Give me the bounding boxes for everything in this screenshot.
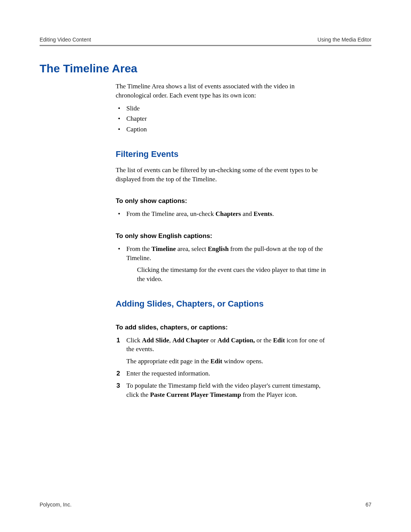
text: or the [255,337,273,344]
text: From the Timeline area, un-check [126,210,215,217]
text: or [209,337,218,344]
h2-adding: Adding Slides, Chapters, or Captions [116,298,329,310]
bold-chapters: Chapters [215,210,241,217]
text: From the [126,245,151,252]
step-1-follow: The appropriate edit page in the Edit wi… [126,357,329,366]
list-item: From the Timeline area, select English f… [116,244,329,284]
text: , [169,337,172,344]
h2-filtering-events: Filtering Events [116,149,329,160]
bold-add-chapter: Add Chapter [172,337,209,344]
captions-only-list: From the Timeline area, un-check Chapter… [116,209,329,219]
event-type-list: Slide Chapter Caption [116,104,329,134]
text: window opens. [222,358,263,365]
bold-events: Events [253,210,272,217]
step-2: Enter the requested information. [116,369,329,378]
text: and [241,210,253,217]
bold-timeline: Timeline [151,245,176,252]
h3-only-show-captions: To only show captions: [116,197,329,206]
h1-timeline-area: The Timeline Area [40,62,371,75]
header-left: Editing Video Content [40,37,91,43]
list-item: Caption [116,125,329,134]
bold-add-slide: Add Slide [142,337,169,344]
text: Click [126,337,142,344]
intro-paragraph: The Timeline Area shows a list of events… [116,82,329,100]
footer-page-number: 67 [365,502,371,508]
h3-only-show-english: To only show English captions: [116,232,329,241]
filtering-intro: The list of events can be filtered by un… [116,166,329,184]
step-3: To populate the Timestamp field with the… [116,381,329,399]
bold-english: English [208,245,229,252]
text: . [272,210,274,217]
header-right: Using the Media Editor [317,37,371,43]
text: area, select [176,245,208,252]
list-item: From the Timeline area, un-check Chapter… [116,209,329,219]
bold-edit: Edit [273,337,285,344]
body-column: The Timeline Area shows a list of events… [116,82,329,399]
page-header: Editing Video Content Using the Media Ed… [40,37,371,45]
header-rule [40,45,371,46]
add-steps-list: Click Add Slide, Add Chapter or Add Capt… [116,336,329,399]
document-page: Editing Video Content Using the Media Ed… [0,0,411,532]
bold-edit-window: Edit [210,358,222,365]
step-1: Click Add Slide, Add Chapter or Add Capt… [116,336,329,366]
followup-paragraph: Clicking the timestamp for the event cue… [137,265,329,284]
text: The appropriate edit page in the [126,358,210,365]
page-footer: Polycom, Inc. 67 [40,502,371,508]
bold-paste-timestamp: Paste Current Player Timestamp [150,391,241,398]
bold-add-caption: Add Caption, [217,337,255,344]
text: from the Player icon. [241,391,297,398]
list-item: Chapter [116,114,329,123]
footer-left: Polycom, Inc. [40,502,72,508]
english-only-list: From the Timeline area, select English f… [116,244,329,284]
list-item: Slide [116,104,329,113]
h3-to-add: To add slides, chapters, or captions: [116,323,329,332]
